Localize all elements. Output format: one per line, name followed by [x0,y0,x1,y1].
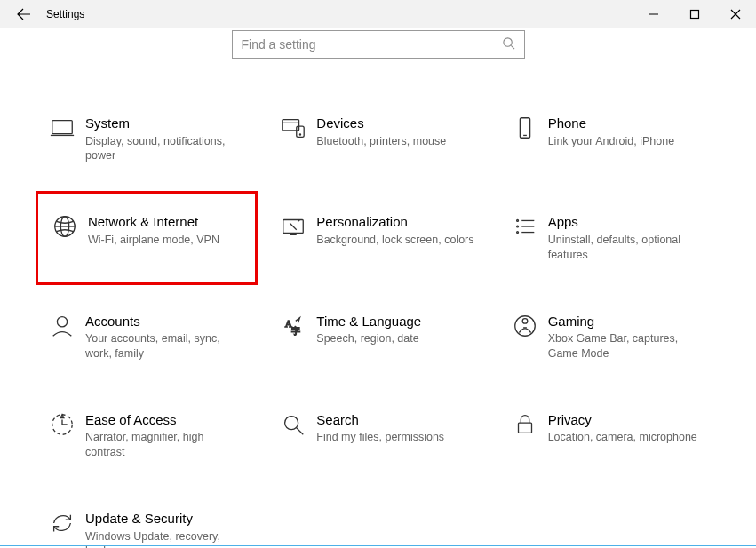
window-title: Settings [46,8,84,20]
tile-desc: Your accounts, email, sync, work, family [85,331,252,361]
search-icon [502,36,515,53]
tile-desc: Display, sound, notifications, power [85,134,252,164]
time-language-icon: A字 [272,313,314,339]
svg-point-2 [503,37,511,45]
tile-devices[interactable]: Devices Bluetooth, printers, mouse [267,107,489,171]
back-button[interactable] [5,0,43,28]
tile-title: Phone [548,115,715,132]
tile-update-security[interactable]: Update & Security Windows Update, recove… [36,503,258,548]
tile-title: Ease of Access [85,411,252,429]
tile-phone[interactable]: Phone Link your Android, iPhone [498,107,720,171]
svg-line-3 [511,45,514,49]
tile-title: Gaming [548,313,715,330]
tile-desc: Location, camera, microphone [548,430,715,445]
svg-line-31 [297,428,304,435]
tile-title: Apps [548,213,715,231]
title-bar: Settings [0,0,756,28]
privacy-icon [504,411,546,438]
search-wrap [0,30,756,59]
tile-ease-of-access[interactable]: Ease of Access Narrator, magnifier, high… [36,404,258,467]
tile-apps[interactable]: Apps Uninstall, defaults, optional featu… [498,206,720,269]
svg-point-27 [522,318,528,323]
svg-point-19 [516,232,518,234]
tile-title: System [85,115,252,132]
svg-point-17 [516,220,518,222]
maximize-button[interactable] [674,0,715,28]
tile-title: Search [316,411,483,429]
accounts-icon [41,313,84,339]
tile-title: Time & Language [316,313,483,330]
tile-title: Update & Security [85,510,252,528]
personalization-icon [272,213,314,240]
tile-title: Personalization [316,213,483,231]
tile-title: Accounts [85,313,252,330]
bottom-accent-line [0,545,756,546]
tile-gaming[interactable]: Gaming Xbox Game Bar, captures, Game Mod… [498,306,720,369]
search-tile-icon [272,411,314,438]
ease-of-access-icon [41,411,84,438]
tile-desc: Uninstall, defaults, optional features [548,233,715,263]
devices-icon [272,115,314,141]
tile-network-internet[interactable]: Network & Internet Wi-Fi, airplane mode,… [36,191,258,284]
tile-desc: Narrator, magnifier, high contrast [85,430,252,460]
search-box[interactable] [232,30,525,59]
tile-time-language[interactable]: A字 Time & Language Speech, region, date [267,306,489,369]
tile-system[interactable]: System Display, sound, notifications, po… [36,107,258,171]
update-icon [41,510,84,536]
tile-search[interactable]: Search Find my files, permissions [267,404,489,467]
tile-accounts[interactable]: Accounts Your accounts, email, sync, wor… [36,306,258,369]
tile-desc: Xbox Game Bar, captures, Game Mode [548,331,715,361]
tile-title: Privacy [548,411,715,429]
svg-rect-4 [52,121,73,134]
tile-desc: Wi-Fi, airplane mode, VPN [88,233,250,248]
tile-title: Network & Internet [88,213,250,231]
phone-icon [504,115,546,141]
settings-grid: System Display, sound, notifications, po… [0,59,756,548]
close-button[interactable] [715,0,756,28]
tile-desc: Background, lock screen, colors [316,233,483,248]
svg-point-30 [285,416,298,429]
svg-rect-1 [691,11,699,19]
gaming-icon [504,313,546,339]
svg-rect-32 [518,423,531,433]
tile-desc: Find my files, permissions [316,430,483,445]
tile-privacy[interactable]: Privacy Location, camera, microphone [498,404,720,467]
tile-desc: Link your Android, iPhone [548,134,715,149]
svg-text:字: 字 [291,326,300,336]
apps-icon [504,213,546,240]
svg-point-23 [57,316,67,326]
system-icon [41,115,84,141]
svg-point-18 [516,226,518,227]
tile-desc: Bluetooth, printers, mouse [316,134,483,149]
globe-icon [44,213,86,240]
tile-personalization[interactable]: Personalization Background, lock screen,… [267,206,489,269]
svg-point-9 [300,134,301,135]
search-input[interactable] [242,37,502,52]
minimize-button[interactable] [633,0,674,28]
tile-title: Devices [316,115,483,132]
tile-desc: Speech, region, date [316,331,483,346]
